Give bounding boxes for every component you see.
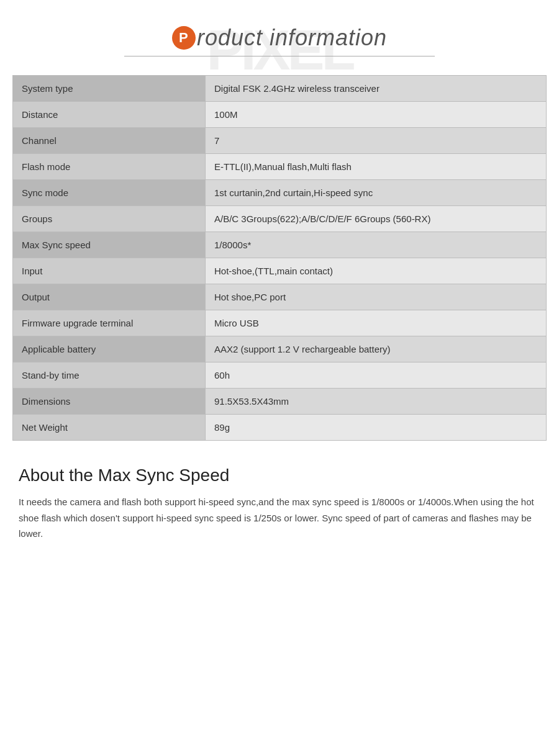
table-row: Sync mode1st curtanin,2nd curtain,Hi-spe… xyxy=(13,180,547,206)
spec-value: Hot shoe,PC port xyxy=(206,284,547,310)
spec-label: Input xyxy=(13,258,206,284)
spec-value: 1st curtanin,2nd curtain,Hi-speed sync xyxy=(206,180,547,206)
spec-value: A/B/C 3Groups(622);A/B/C/D/E/F 6Groups (… xyxy=(206,206,547,232)
spec-label: Sync mode xyxy=(13,180,206,206)
about-text: It needs the camera and flash both suppo… xyxy=(19,494,540,542)
spec-value: 89g xyxy=(206,415,547,441)
table-row: GroupsA/B/C 3Groups(622);A/B/C/D/E/F 6Gr… xyxy=(13,206,547,232)
table-row: Applicable battery AAX2 (support 1.2 V r… xyxy=(13,336,547,362)
page-title: Product information xyxy=(12,25,547,51)
spec-label: Applicable battery xyxy=(13,336,206,362)
table-row: Flash modeE-TTL(II),Manual flash,Multi f… xyxy=(13,154,547,180)
spec-label: System type xyxy=(13,76,206,102)
spec-value: 1/8000s* xyxy=(206,232,547,258)
spec-value: 100M xyxy=(206,102,547,128)
spec-label: Channel xyxy=(13,128,206,154)
spec-label: Output xyxy=(13,284,206,310)
table-row: Net Weight89g xyxy=(13,415,547,441)
table-row: Channel7 xyxy=(13,128,547,154)
page-wrapper: PIXEL Product information System typeDig… xyxy=(0,0,559,573)
table-row: InputHot-shoe,(TTL,main contact) xyxy=(13,258,547,284)
p-icon: P xyxy=(172,26,196,50)
spec-value: Hot-shoe,(TTL,main contact) xyxy=(206,258,547,284)
spec-value: E-TTL(II),Manual flash,Multi flash xyxy=(206,154,547,180)
spec-value: 91.5X53.5X43mm xyxy=(206,389,547,415)
about-title: About the Max Sync Speed xyxy=(19,466,540,485)
table-row: Max Sync speed1/8000s* xyxy=(13,232,547,258)
spec-label: Stand-by time xyxy=(13,362,206,389)
spec-label: Groups xyxy=(13,206,206,232)
header: PIXEL Product information xyxy=(12,25,547,56)
spec-value: 60h xyxy=(206,362,547,389)
spec-value: 7 xyxy=(206,128,547,154)
table-row: Distance100M xyxy=(13,102,547,128)
spec-label: Distance xyxy=(13,102,206,128)
table-row: Stand-by time60h xyxy=(13,362,547,389)
spec-label: Dimensions xyxy=(13,389,206,415)
about-section: About the Max Sync Speed It needs the ca… xyxy=(12,459,547,548)
spec-label: Net Weight xyxy=(13,415,206,441)
title-text: roduct information xyxy=(197,25,387,51)
table-row: Firmware upgrade terminalMicro USB xyxy=(13,310,547,336)
table-row: OutputHot shoe,PC port xyxy=(13,284,547,310)
spec-label: Flash mode xyxy=(13,154,206,180)
spec-value: Micro USB xyxy=(206,310,547,336)
header-underline xyxy=(124,56,435,56)
spec-label: Firmware upgrade terminal xyxy=(13,310,206,336)
spec-label: Max Sync speed xyxy=(13,232,206,258)
spec-value: AAX2 (support 1.2 V rechargeable battery… xyxy=(206,336,547,362)
spec-table: System typeDigital FSK 2.4GHz wireless t… xyxy=(12,75,547,441)
table-row: Dimensions91.5X53.5X43mm xyxy=(13,389,547,415)
